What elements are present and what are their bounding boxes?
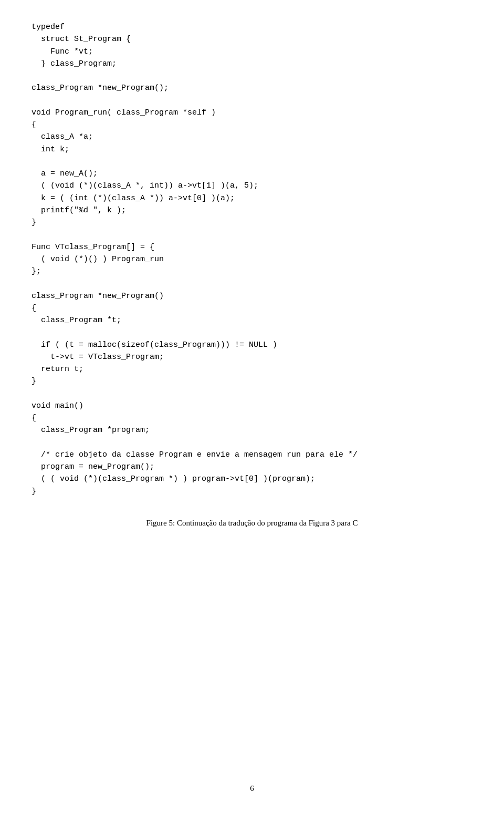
- figure-caption: Figure 5: Continuação da tradução do pro…: [32, 519, 472, 528]
- page-number: 6: [0, 784, 504, 793]
- page-container: typedef struct St_Program { Func *vt; } …: [0, 0, 504, 814]
- code-block: typedef struct St_Program { Func *vt; } …: [32, 21, 472, 498]
